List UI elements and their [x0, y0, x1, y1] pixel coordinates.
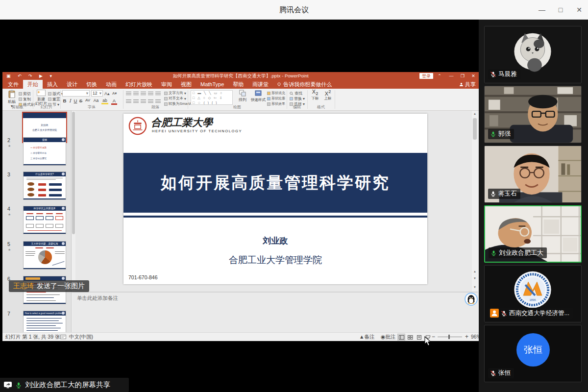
subscript-button[interactable]: X2下标 [309, 90, 321, 100]
participant-tile[interactable]: 马晨雅 [484, 26, 582, 83]
reading-view-icon [416, 335, 422, 340]
current-slide[interactable]: 合肥工業大學 HEFEI UNIVERSITY OF TECHNOLOGY 如何… [123, 114, 427, 284]
share-button[interactable]: 共享 [459, 80, 476, 89]
chat-toast[interactable]: 王志琦 发送了一张图片 [9, 280, 89, 292]
comments-toggle[interactable]: ◉ 批注 [381, 333, 385, 341]
slide-thumbnail-3[interactable]: 什么是科学研究? [23, 172, 66, 200]
tab-transitions[interactable]: 切换 [82, 80, 101, 89]
bold-button[interactable]: B [62, 98, 67, 103]
align-left-button[interactable] [126, 99, 131, 104]
participant-tile[interactable]: 张恒 张恒 [484, 325, 582, 382]
quick-access-toolbar[interactable]: ▣ ↶ ↷ ▶ ▾ [6, 72, 55, 80]
participant-tile[interactable]: 1896 西南交通大学经济管... [484, 265, 582, 322]
increase-indent-button[interactable] [148, 92, 153, 96]
scrollbar-thumb[interactable] [473, 118, 477, 140]
tab-view[interactable]: 视图 [176, 80, 196, 89]
bullets-button[interactable] [126, 92, 131, 96]
tab-yuketang[interactable]: 雨课堂 [248, 80, 273, 89]
text-direction-button[interactable]: 文字方向▾ [164, 91, 186, 96]
tab-mathtype[interactable]: MathType [196, 80, 228, 89]
minimize-icon[interactable]: — [533, 0, 551, 20]
highlight-button[interactable]: ab [101, 98, 108, 104]
tab-insert[interactable]: 插入 [43, 80, 62, 89]
login-button[interactable]: 登录 [419, 73, 433, 79]
tab-file[interactable]: 文件 [3, 80, 23, 89]
shrink-font-button[interactable]: A▾ [112, 91, 117, 96]
superscript-button[interactable]: X2上标 [322, 90, 334, 100]
tell-me-box[interactable]: 告诉我你想要做什么 [273, 80, 336, 89]
strikethrough-button[interactable]: S [78, 98, 83, 103]
slide-thumbnail-5[interactable]: 五大科学问题，选题红海 [23, 241, 66, 270]
ppt-minimize-icon[interactable]: — [447, 72, 455, 80]
powerpoint-window: ▣ ↶ ↷ ▶ ▾ 如何开展高质量管理科学研究【西南交通大学】.pptx - P… [2, 72, 479, 341]
slide-thumbnail-7[interactable]: How to select a good research problem? [23, 311, 66, 332]
reset-button[interactable]: 重置 [48, 97, 60, 102]
tab-review[interactable]: 审阅 [157, 80, 176, 89]
canvas-scrollbar[interactable]: ▴ ▴ ▾ ▾ [472, 111, 478, 292]
shape-outline-icon [267, 97, 270, 100]
next-slide-icon[interactable]: ▾ [472, 275, 478, 281]
participant-tile-active-speaker[interactable]: 刘业政合肥工大 [484, 205, 582, 263]
spellcheck-icon[interactable] [60, 335, 66, 339]
quick-styles-button[interactable]: 快速样式 [250, 90, 266, 102]
replace-button[interactable]: 替换▾ [290, 96, 305, 101]
font-size-select[interactable]: 12▾ [91, 90, 103, 97]
slide-thumbnail-4[interactable]: 科学研究之四重境界 [23, 206, 66, 234]
scroll-up-icon[interactable]: ▴ [472, 111, 478, 117]
shape-outline-button[interactable]: 形状轮廓 [267, 96, 285, 101]
slide-sorter-view-button[interactable] [406, 334, 414, 341]
maximize-icon[interactable]: □ [552, 0, 569, 20]
align-right-button[interactable] [141, 99, 146, 104]
new-slide-button[interactable]: 新建 幻灯片 [34, 90, 49, 106]
tab-home[interactable]: 开始 [23, 80, 43, 89]
justify-button[interactable] [148, 99, 153, 104]
previous-slide-icon[interactable]: ▴ [472, 269, 478, 274]
arrange-button[interactable]: 排列 [236, 90, 249, 102]
char-spacing-button[interactable]: AV [84, 98, 92, 102]
font-name-select[interactable]: ▾ [62, 90, 90, 97]
shape-fill-button[interactable]: 形状填充 [267, 91, 285, 96]
zoom-slider-thumb[interactable] [448, 335, 450, 339]
decrease-indent-button[interactable] [141, 92, 146, 96]
line-spacing-button[interactable] [155, 92, 161, 96]
normal-view-button[interactable] [397, 334, 405, 341]
layout-button[interactable]: 版式▾ [48, 91, 63, 97]
zoom-slider-track[interactable] [438, 337, 462, 337]
italic-button[interactable]: I [68, 98, 73, 103]
numbering-button[interactable] [133, 92, 139, 96]
ppt-restore-icon[interactable]: ❐ [459, 72, 466, 80]
tab-animations[interactable]: 动画 [101, 80, 121, 89]
tab-design[interactable]: 设计 [62, 80, 82, 89]
ppt-close-icon[interactable]: ✕ [469, 72, 477, 80]
notes-pane[interactable]: 单击此处添加备注 [72, 293, 478, 332]
scrollbar-thumb[interactable] [72, 112, 75, 234]
slide-thumbnail-2[interactable]: 提纲 一 科学研究选题 二 科学研究方法 三 科学论文撰写 [23, 137, 66, 166]
ribbon-options-icon[interactable]: ⌃ [436, 72, 443, 80]
mic-speaking-icon [490, 250, 497, 256]
screen-share-banner[interactable]: 刘业政合肥工大的屏幕共享 [0, 378, 129, 392]
close-icon[interactable]: ✕ [570, 0, 588, 20]
find-button[interactable]: 查找 [290, 91, 302, 96]
zoom-in-button[interactable]: + [465, 333, 468, 341]
zoom-out-button[interactable]: − [432, 333, 435, 341]
reading-view-button[interactable] [415, 334, 423, 341]
copy-button[interactable]: 复制 [19, 97, 31, 102]
participant-tile[interactable]: 郭强 [484, 86, 582, 143]
scroll-down-icon[interactable]: ▾ [472, 284, 478, 290]
font-color-button[interactable]: A [111, 98, 117, 105]
language-indicator[interactable]: 中文(中国) [69, 333, 93, 341]
underline-button[interactable]: U [73, 98, 78, 103]
columns-button[interactable] [155, 99, 161, 104]
align-center-button[interactable] [133, 99, 139, 104]
align-text-button[interactable]: 对齐文本▾ [164, 96, 186, 101]
subscript-icon: X2 [309, 90, 321, 96]
tab-slideshow[interactable]: 幻灯片放映 [121, 80, 157, 89]
cut-button[interactable]: 剪切 [19, 91, 31, 97]
tab-help[interactable]: 帮助 [228, 80, 248, 89]
grow-font-button[interactable]: A▴ [104, 91, 110, 96]
participant-tile[interactable]: 蒋玉石 [484, 146, 582, 203]
change-case-button[interactable]: Aa [93, 98, 99, 103]
qq-float-icon[interactable] [465, 293, 478, 308]
notes-toggle[interactable]: ▲ 备注 [359, 333, 364, 341]
shapes-gallery[interactable]: □ ▬ ╲ ╲ ▭ ○□ △ ○ ◇ ⇦ ⇩□ ☆ ( ) { } [191, 90, 233, 105]
